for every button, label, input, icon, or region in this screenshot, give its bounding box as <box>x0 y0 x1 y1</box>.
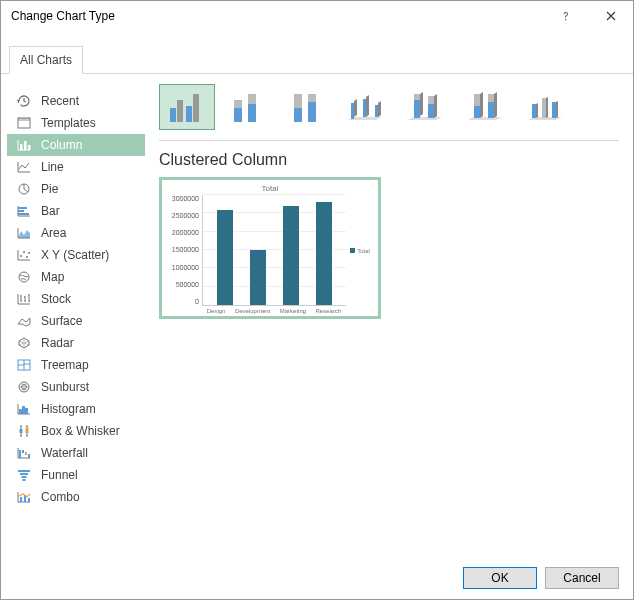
sidebar-item-pie[interactable]: Pie <box>7 178 145 200</box>
templates-icon <box>15 114 33 132</box>
svg-rect-58 <box>552 102 556 118</box>
sidebar-item-label: Funnel <box>41 468 78 482</box>
x-tick: Marketing <box>280 308 306 314</box>
svg-rect-53 <box>474 106 480 118</box>
svg-rect-30 <box>20 497 22 502</box>
svg-rect-32 <box>28 498 30 502</box>
sidebar-item-label: Recent <box>41 94 79 108</box>
combo-icon <box>15 488 33 506</box>
sidebar-item-radar[interactable]: Radar <box>7 332 145 354</box>
sidebar-item-label: Surface <box>41 314 82 328</box>
column-icon <box>15 136 33 154</box>
box-whisker-icon <box>15 422 33 440</box>
sidebar-item-label: X Y (Scatter) <box>41 248 109 262</box>
sidebar-item-templates[interactable]: Templates <box>7 112 145 134</box>
subtype-clustered-column[interactable] <box>159 84 215 130</box>
chart-preview[interactable]: Total 3000000 2500000 2000000 1500000 10… <box>159 177 381 319</box>
svg-rect-51 <box>428 96 434 104</box>
svg-rect-57 <box>542 98 546 118</box>
svg-rect-42 <box>294 108 302 122</box>
histogram-icon <box>15 400 33 418</box>
y-tick: 1000000 <box>166 264 199 271</box>
svg-point-11 <box>26 256 28 258</box>
subtype-stacked-column[interactable] <box>219 84 275 130</box>
sidebar-item-label: Combo <box>41 490 80 504</box>
svg-rect-1 <box>18 118 30 121</box>
svg-rect-24 <box>25 452 27 455</box>
svg-rect-22 <box>19 450 21 458</box>
sidebar-item-histogram[interactable]: Histogram <box>7 398 145 420</box>
ok-button[interactable]: OK <box>463 567 537 589</box>
svg-rect-38 <box>234 100 242 108</box>
sidebar-item-treemap[interactable]: Treemap <box>7 354 145 376</box>
section-title: Clustered Column <box>159 141 619 177</box>
chart-bar <box>217 210 233 305</box>
subtype-3d-clustered-column[interactable] <box>339 84 395 130</box>
sidebar-item-label: Waterfall <box>41 446 88 460</box>
subtype-100-stacked-column[interactable] <box>279 84 335 130</box>
main-area: Recent Templates Column Line Pie Bar Are… <box>1 74 633 560</box>
svg-rect-2 <box>20 144 23 150</box>
chart-bar <box>283 206 299 305</box>
svg-rect-29 <box>23 479 26 481</box>
svg-rect-19 <box>25 408 28 414</box>
svg-rect-45 <box>351 103 354 119</box>
cancel-button[interactable]: Cancel <box>545 567 619 589</box>
svg-rect-34 <box>177 100 183 122</box>
recent-icon <box>15 92 33 110</box>
sidebar-item-label: Sunburst <box>41 380 89 394</box>
svg-rect-3 <box>24 141 27 150</box>
help-button[interactable] <box>543 1 588 31</box>
sidebar-item-label: Treemap <box>41 358 89 372</box>
chart-bar <box>250 250 266 305</box>
surface-icon <box>15 312 33 330</box>
svg-rect-47 <box>375 105 378 117</box>
sidebar-item-box-whisker[interactable]: Box & Whisker <box>7 420 145 442</box>
funnel-icon <box>15 466 33 484</box>
sidebar-item-sunburst[interactable]: Sunburst <box>7 376 145 398</box>
titlebar: Change Chart Type <box>1 1 633 31</box>
sidebar-item-label: Box & Whisker <box>41 424 120 438</box>
sidebar-item-combo[interactable]: Combo <box>7 486 145 508</box>
svg-rect-28 <box>22 476 27 478</box>
sidebar-item-recent[interactable]: Recent <box>7 90 145 112</box>
sidebar-item-area[interactable]: Area <box>7 222 145 244</box>
sidebar-item-stock[interactable]: Stock <box>7 288 145 310</box>
y-tick: 0 <box>166 298 199 305</box>
svg-rect-23 <box>22 450 24 453</box>
right-panel: Clustered Column Total 3000000 2500000 2… <box>145 84 619 560</box>
chart-x-axis: Design Development Marketing Research <box>202 306 346 314</box>
tab-strip: All Charts <box>1 31 633 74</box>
subtype-3d-column[interactable] <box>519 84 575 130</box>
sidebar-item-funnel[interactable]: Funnel <box>7 464 145 486</box>
chart-plot-area <box>202 195 346 306</box>
svg-rect-56 <box>532 104 536 118</box>
sidebar-item-label: Histogram <box>41 402 96 416</box>
svg-rect-7 <box>18 210 24 212</box>
sidebar-item-label: Stock <box>41 292 71 306</box>
scatter-icon <box>15 246 33 264</box>
y-tick: 2000000 <box>166 229 199 236</box>
window-title: Change Chart Type <box>11 9 543 23</box>
svg-rect-39 <box>248 104 256 122</box>
svg-rect-6 <box>18 207 27 209</box>
chart-preview-body: 3000000 2500000 2000000 1500000 1000000 … <box>166 195 374 306</box>
sidebar-item-bar[interactable]: Bar <box>7 200 145 222</box>
sidebar-item-waterfall[interactable]: Waterfall <box>7 442 145 464</box>
map-icon <box>15 268 33 286</box>
sidebar-item-map[interactable]: Map <box>7 266 145 288</box>
sidebar-item-surface[interactable]: Surface <box>7 310 145 332</box>
sidebar-item-label: Line <box>41 160 64 174</box>
tab-all-charts[interactable]: All Charts <box>9 46 83 74</box>
sidebar-item-column[interactable]: Column <box>7 134 145 156</box>
close-button[interactable] <box>588 1 633 31</box>
subtype-3d-stacked-column[interactable] <box>399 84 455 130</box>
sidebar-item-line[interactable]: Line <box>7 156 145 178</box>
y-tick: 2500000 <box>166 212 199 219</box>
sidebar-item-label: Radar <box>41 336 74 350</box>
svg-rect-44 <box>308 102 316 122</box>
svg-rect-18 <box>22 406 25 414</box>
subtype-3d-100-stacked-column[interactable] <box>459 84 515 130</box>
svg-rect-26 <box>18 470 30 472</box>
sidebar-item-scatter[interactable]: X Y (Scatter) <box>7 244 145 266</box>
